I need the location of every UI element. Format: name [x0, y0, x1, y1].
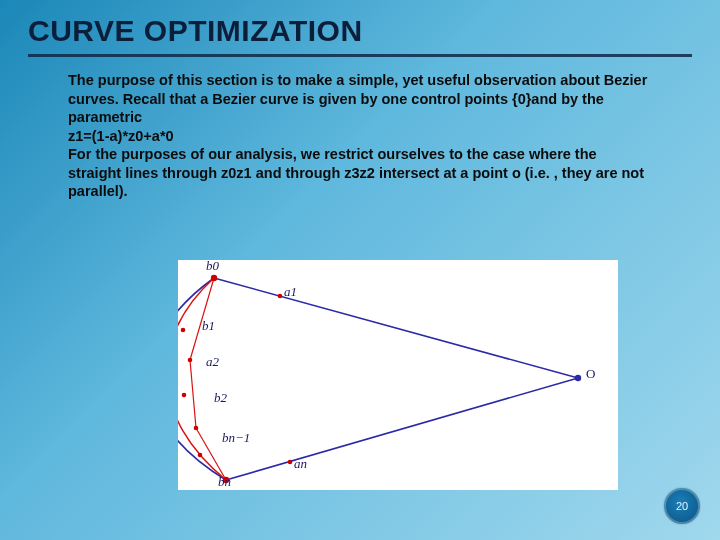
label-a2: a2: [206, 354, 219, 370]
label-O: O: [586, 366, 595, 382]
svg-point-13: [182, 393, 187, 398]
svg-point-5: [211, 275, 217, 281]
slide-title: CURVE OPTIMIZATION: [28, 14, 692, 57]
body-formula: z1=(1-a)*z0+a*0: [68, 127, 648, 146]
svg-point-11: [288, 460, 293, 465]
svg-point-6: [575, 375, 581, 381]
svg-point-10: [194, 426, 199, 431]
label-b2: b2: [214, 390, 227, 406]
label-b1: b1: [202, 318, 215, 334]
svg-line-0: [214, 278, 578, 378]
slide-body: The purpose of this section is to make a…: [68, 71, 648, 201]
page-number: 20: [676, 500, 688, 512]
svg-point-12: [181, 328, 186, 333]
svg-point-14: [198, 453, 203, 458]
label-b0: b0: [206, 258, 219, 274]
svg-point-8: [278, 294, 283, 299]
label-a1: a1: [284, 284, 297, 300]
svg-line-1: [226, 378, 578, 480]
bezier-svg: [178, 260, 618, 490]
label-bn1: bn−1: [222, 430, 250, 446]
svg-point-9: [188, 358, 193, 363]
svg-line-3: [190, 360, 196, 428]
body-paragraph-2: For the purposes of our analysis, we res…: [68, 145, 648, 201]
label-an: an: [294, 456, 307, 472]
body-paragraph-1: The purpose of this section is to make a…: [68, 71, 648, 127]
label-bn: bn: [218, 474, 231, 490]
page-number-badge: 20: [664, 488, 700, 524]
bezier-diagram: b0 a1 b1 a2 b2 bn−1 an bn O: [178, 260, 618, 490]
